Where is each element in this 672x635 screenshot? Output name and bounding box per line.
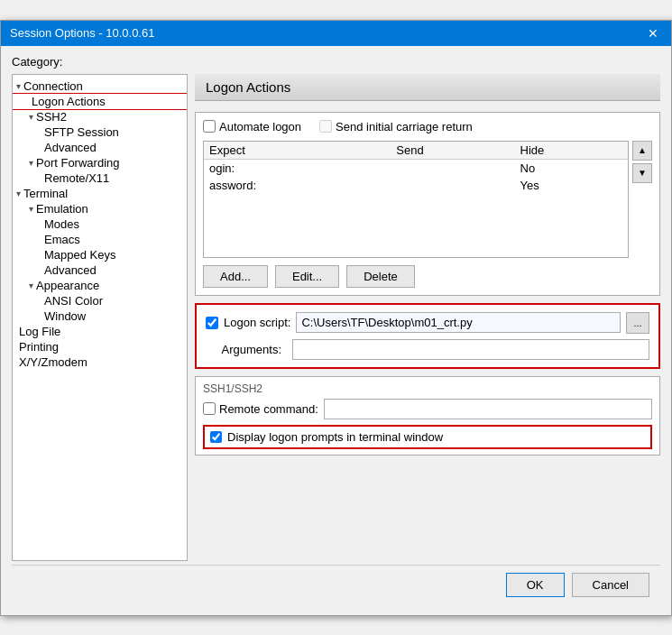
category-label: Category: [12, 55, 660, 69]
tree-item-label: Modes [44, 217, 79, 231]
cell-send [391, 159, 514, 177]
tree-item-label: Printing [19, 340, 59, 354]
ok-button[interactable]: OK [506, 573, 565, 597]
tree-arrow: ▾ [16, 81, 21, 91]
tree-arrow: ▾ [29, 112, 33, 122]
right-panel: Logon Actions Automate logon Send initia… [195, 74, 660, 561]
edit-button[interactable]: Edit... [275, 265, 339, 288]
tree-item-mapped-keys[interactable]: Mapped Keys [13, 247, 187, 262]
dialog-footer: OK Cancel [12, 565, 660, 604]
tree-item-xy-zmodem[interactable]: X/Y/Zmodem [13, 354, 187, 370]
expect-table-scroll: Expect Send Hide ogin:Noassword:Yes [203, 141, 629, 258]
logon-script-checkbox[interactable] [206, 317, 218, 329]
logon-actions-section: Automate logon Send initial carriage ret… [195, 112, 660, 296]
close-button[interactable]: ✕ [644, 26, 662, 41]
dialog-body: Category: ▾ConnectionLogon Actions▾SSH2S… [1, 46, 671, 615]
tree-arrow: ▾ [29, 281, 33, 290]
tree-item-log-file[interactable]: Log File [13, 324, 187, 339]
panel-title: Logon Actions [195, 74, 660, 101]
dialog-window: Session Options - 10.0.0.61 ✕ Category: … [0, 20, 672, 616]
logon-script-label: Logon script: [224, 316, 290, 329]
tree-item-advanced-terminal[interactable]: Advanced [13, 262, 187, 278]
tree-item-ssh2[interactable]: ▾SSH2 [13, 109, 187, 124]
dialog-title: Session Options - 10.0.0.61 [10, 26, 154, 40]
tree-item-label: Mapped Keys [44, 248, 116, 262]
table-row: assword:Yes [204, 177, 628, 194]
remote-command-input[interactable] [324, 399, 652, 419]
cell-send [391, 177, 514, 194]
tree-item-connection[interactable]: ▾Connection [13, 78, 187, 94]
send-carriage-return-checkbox[interactable] [319, 120, 332, 133]
tree-arrow: ▾ [16, 189, 21, 198]
logon-script-row: Logon script: ... [206, 312, 649, 334]
tree-item-printing[interactable]: Printing [13, 339, 187, 354]
tree-item-label: Log File [19, 325, 60, 338]
action-buttons: Add... Edit... Delete [203, 265, 652, 288]
automate-logon-label[interactable]: Automate logon [203, 120, 301, 133]
tree-item-label: Advanced [44, 263, 97, 277]
scroll-up-button[interactable]: ▲ [632, 141, 652, 161]
cell-hide: No [515, 159, 628, 177]
logon-script-checkbox-label[interactable] [206, 317, 218, 329]
tree-item-label: Emacs [44, 233, 80, 246]
tree-item-label: Connection [23, 79, 83, 93]
tree-item-advanced[interactable]: Advanced [13, 140, 187, 155]
arguments-input[interactable] [292, 339, 649, 360]
send-carriage-return-label[interactable]: Send initial carriage return [319, 120, 473, 133]
display-prompts-row: Display logon prompts in terminal window [203, 425, 652, 449]
table-scroll-buttons: ▲ ▼ [632, 141, 652, 258]
tree-arrow: ▾ [29, 158, 33, 168]
tree-item-terminal[interactable]: ▾Terminal [13, 186, 187, 201]
tree-item-label: SFTP Session [44, 125, 119, 139]
ssh-section-title: SSH1/SSH2 [203, 382, 652, 395]
tree-item-sftp-session[interactable]: SFTP Session [13, 124, 187, 140]
remote-command-checkbox-label[interactable]: Remote command: [203, 402, 318, 416]
expect-table: Expect Send Hide ogin:Noassword:Yes [204, 142, 628, 194]
display-prompts-checkbox[interactable] [210, 431, 222, 443]
add-button[interactable]: Add... [203, 265, 268, 288]
scroll-down-button[interactable]: ▼ [632, 163, 652, 183]
browse-button[interactable]: ... [626, 312, 649, 334]
tree-item-remote-x11[interactable]: Remote/X11 [13, 170, 187, 186]
tree-item-window[interactable]: Window [13, 308, 187, 324]
automate-logon-checkbox[interactable] [203, 120, 216, 133]
tree-arrow: ▾ [29, 204, 33, 214]
arguments-label: Arguments: [206, 343, 287, 356]
tree-item-port-forwarding[interactable]: ▾Port Forwarding [13, 155, 187, 170]
table-wrapper: Expect Send Hide ogin:Noassword:Yes ▲ ▼ [203, 141, 652, 258]
tree-item-modes[interactable]: Modes [13, 216, 187, 232]
tree-item-label: Logon Actions [32, 95, 106, 108]
delete-button[interactable]: Delete [346, 265, 415, 288]
tree-item-label: Advanced [44, 141, 97, 154]
tree-item-label: ANSI Color [44, 294, 103, 308]
tree-item-ansi-color[interactable]: ANSI Color [13, 293, 187, 308]
tree-item-label: Appearance [36, 279, 99, 292]
tree-item-label: Terminal [23, 187, 68, 200]
ssh-section: SSH1/SSH2 Remote command: Display logon … [195, 376, 660, 456]
display-prompts-label: Display logon prompts in terminal window [227, 430, 443, 444]
cell-expect: ogin: [204, 159, 391, 177]
cell-expect: assword: [204, 177, 391, 194]
col-hide: Hide [515, 142, 628, 160]
main-content: ▾ConnectionLogon Actions▾SSH2SFTP Sessio… [12, 74, 660, 561]
automate-row: Automate logon Send initial carriage ret… [203, 120, 652, 133]
cell-hide: Yes [515, 177, 628, 194]
cancel-button[interactable]: Cancel [572, 573, 649, 597]
tree-item-emulation[interactable]: ▾Emulation [13, 201, 187, 216]
tree-item-label: SSH2 [36, 110, 67, 124]
tree-item-emacs[interactable]: Emacs [13, 232, 187, 247]
remote-command-checkbox[interactable] [203, 402, 216, 415]
tree-panel: ▾ConnectionLogon Actions▾SSH2SFTP Sessio… [12, 74, 188, 561]
col-send: Send [391, 142, 514, 160]
tree-item-label: Port Forwarding [36, 156, 119, 170]
tree-item-logon-actions[interactable]: Logon Actions [13, 94, 187, 109]
tree-item-label: Remote/X11 [44, 171, 109, 185]
table-row: ogin:No [204, 159, 628, 177]
title-bar: Session Options - 10.0.0.61 ✕ [1, 21, 671, 46]
col-expect: Expect [204, 142, 391, 160]
remote-command-row: Remote command: [203, 399, 652, 419]
tree-item-label: Emulation [36, 202, 88, 216]
logon-script-input[interactable] [296, 312, 621, 333]
tree-item-label: Window [44, 309, 86, 323]
tree-item-appearance[interactable]: ▾Appearance [13, 278, 187, 293]
